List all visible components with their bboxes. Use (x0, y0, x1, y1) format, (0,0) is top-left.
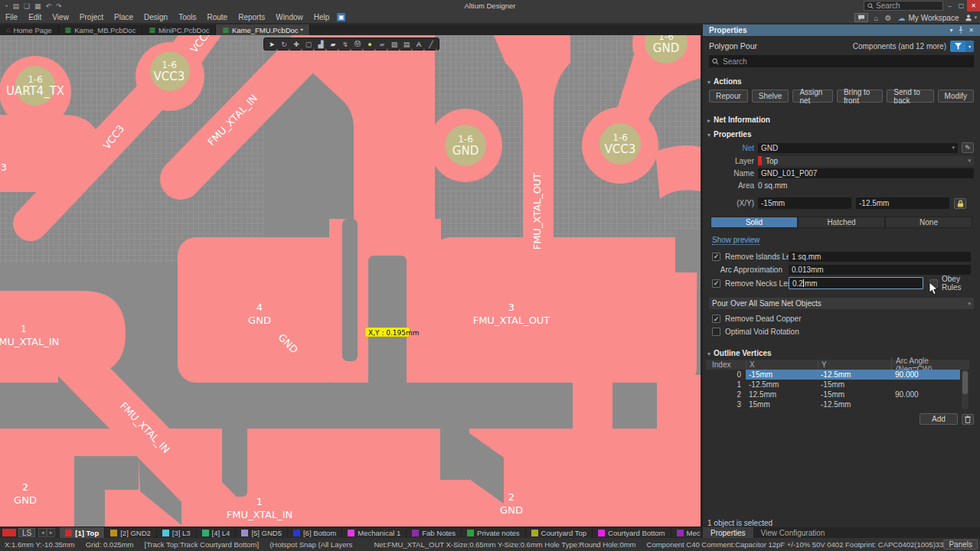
section-net-information[interactable]: ▸Net Information (707, 116, 770, 124)
menu-item[interactable]: Design (139, 11, 173, 23)
y-input[interactable]: -12.5mm (856, 197, 949, 209)
global-search-input[interactable]: Search (864, 1, 943, 11)
pad-icon[interactable]: ▰ (327, 38, 339, 50)
menu-item[interactable]: Route (202, 11, 234, 23)
pcb-editor-canvas[interactable]: 1-6 UART4_TX 1-6 VCC3 1-6 GND 1-6 VCC3 1… (0, 35, 701, 527)
arc-approximation-input[interactable]: 0.013mm (789, 265, 971, 275)
layer-tab[interactable]: [6] Bottom (288, 527, 342, 538)
menu-item[interactable]: Edit (23, 11, 47, 23)
menu-item[interactable]: Tools (173, 11, 201, 23)
undo-icon[interactable]: ↶ (46, 2, 52, 10)
scroll-layers-right-icon[interactable]: ▸ (47, 528, 55, 537)
fill-mode-option[interactable]: Hatched (798, 217, 885, 228)
edit-net-button[interactable]: ✎ (962, 142, 974, 153)
action-button[interactable]: Bring to front (837, 90, 883, 103)
fill-mode-option[interactable]: Solid (710, 217, 798, 228)
region-icon[interactable]: ▨ (388, 38, 400, 50)
document-tab[interactable]: ▦ Kame_FMU.PcbDoc * (216, 24, 309, 35)
move-icon[interactable]: ✚ (290, 38, 302, 50)
comments-icon[interactable] (854, 13, 868, 22)
vertex-row[interactable]: 0-15mm-12.5mm90.000 (706, 370, 960, 380)
table-scrollbar[interactable] (962, 370, 969, 409)
action-button[interactable]: Send to back (887, 90, 933, 103)
menu-item[interactable]: Project (74, 11, 109, 23)
room-icon[interactable]: ▢ (302, 38, 315, 50)
tab-properties[interactable]: Properties (703, 527, 753, 538)
pad-stack-icon[interactable]: ▟ (315, 38, 327, 50)
delete-vertex-icon[interactable] (962, 414, 974, 425)
layer-tab[interactable]: Mechanical 1 (342, 527, 407, 538)
menu-item[interactable]: File (0, 11, 23, 23)
action-button[interactable]: Repour (709, 90, 748, 103)
minimize-button[interactable]: – (944, 0, 956, 11)
redo-icon[interactable]: ↷ (56, 2, 62, 10)
layer-tab[interactable]: [4] L4 (197, 527, 237, 538)
lock-icon[interactable] (954, 198, 966, 209)
x-input[interactable]: -15mm (758, 197, 851, 209)
menu-item[interactable]: Reports (233, 11, 270, 23)
string-icon[interactable]: A (413, 38, 425, 50)
highlight-icon[interactable]: ● (364, 38, 376, 50)
polygon-pour-icon[interactable]: ▰ (376, 38, 388, 50)
menu-item[interactable]: View (47, 11, 74, 23)
pour-over-select[interactable]: Pour Over All Same Net Objects▾ (709, 298, 974, 309)
scroll-layers-left-icon[interactable]: ◂ (38, 528, 47, 537)
document-tab[interactable]: ▦ Kame_MB.PcbDoc (59, 24, 143, 35)
layer-sets-button[interactable]: LS (18, 528, 35, 537)
menu-item[interactable]: Place (109, 11, 139, 23)
action-button[interactable]: Shelve (752, 90, 789, 103)
layer-tab[interactable]: [2] GND2 (105, 527, 157, 538)
layer-tab[interactable]: Courtyard Bottom (593, 527, 671, 538)
user-account-button[interactable]: ▾ (965, 14, 977, 21)
selection-filter-icon[interactable]: ➤ (266, 38, 278, 50)
panel-close-icon[interactable]: ✕ (969, 27, 974, 34)
action-button[interactable]: Assign net (792, 90, 833, 103)
close-button[interactable]: ✕ (967, 0, 980, 11)
layer-tab[interactable]: [3] L3 (157, 527, 197, 538)
document-tab[interactable]: ⌂ Home Page (0, 24, 59, 35)
remove-islands-checkbox[interactable]: ✓ (712, 253, 720, 261)
remove-dead-copper-checkbox[interactable]: ✓ (712, 315, 720, 323)
action-button[interactable]: Modify (938, 90, 974, 103)
panels-button[interactable]: Panels (943, 540, 978, 549)
via-icon[interactable]: Ⓜ (351, 38, 364, 50)
graph-icon[interactable]: ▤ (400, 38, 413, 50)
home-icon[interactable]: ⌂ (874, 14, 879, 22)
remove-islands-input[interactable]: 1 sq.mm (789, 252, 971, 262)
customize-icon[interactable]: ▣ (337, 13, 345, 21)
remove-necks-checkbox[interactable]: ✓ (712, 279, 720, 288)
show-preview-link[interactable]: Show preview (712, 236, 760, 245)
tab-view-configuration[interactable]: View Configuration (753, 527, 833, 538)
panel-search-input[interactable]: Search (709, 55, 974, 67)
save-all-icon[interactable]: ❏ (24, 2, 30, 10)
save-icon[interactable]: ▤ (12, 2, 19, 10)
route-icon[interactable]: ↯ (339, 38, 351, 50)
vertex-row[interactable]: 1-12.5mm-15mm (706, 380, 960, 390)
maximize-button[interactable]: ▢ (956, 0, 967, 11)
optimal-void-checkbox[interactable] (712, 328, 720, 336)
layer-select[interactable]: Top▾ (758, 156, 974, 166)
panel-dropdown-icon[interactable]: ▾ (949, 27, 952, 34)
workspace-button[interactable]: ☁ My Workspace (898, 14, 959, 22)
pcb-canvas[interactable]: 1-6 UART4_TX 1-6 VCC3 1-6 GND 1-6 VCC3 1… (0, 35, 701, 527)
remove-necks-input[interactable]: 0.2mm (789, 277, 923, 289)
document-tab[interactable]: ▦ MiniPC.PcbDoc (142, 24, 216, 35)
gear-icon[interactable]: ⚙ (885, 14, 892, 22)
add-vertex-button[interactable]: Add (920, 413, 958, 425)
fill-mode-option[interactable]: None (885, 217, 972, 228)
filter-icon[interactable] (950, 41, 965, 52)
section-actions[interactable]: ▾Actions (707, 77, 742, 86)
open-icon[interactable]: ▦ (34, 2, 41, 10)
layer-tab[interactable]: Private notes (462, 527, 525, 538)
net-select[interactable]: GND▾ (758, 143, 958, 153)
menu-item[interactable]: Help (309, 11, 335, 23)
layer-tab[interactable]: Fab Notes (407, 527, 462, 538)
section-outline-vertices[interactable]: ▾Outline Vertices (707, 349, 772, 357)
layer-tab[interactable]: Courtyard Top (526, 527, 593, 538)
snapping-icon[interactable]: ↻ (278, 38, 290, 50)
layer-tab[interactable]: [1] Top (60, 527, 105, 538)
vertex-row[interactable]: 212.5mm-15mm90.000 (706, 390, 960, 399)
panel-pin-icon[interactable]: ╀ (959, 27, 962, 34)
line-icon[interactable]: ╱ (425, 38, 437, 50)
filter-dropdown-icon[interactable]: ▾ (965, 41, 974, 52)
